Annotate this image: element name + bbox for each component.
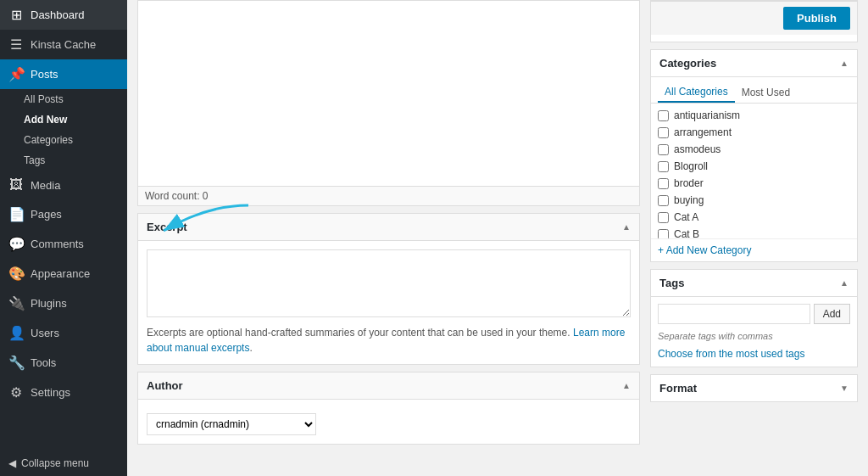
sidebar-item-label: Comments xyxy=(31,238,84,250)
category-item-arrangement[interactable]: arrangement xyxy=(658,124,850,141)
word-count-bar: Word count: 0 xyxy=(137,187,640,206)
author-metabox: Author ▲ crnadmin (crnadmin) xyxy=(137,372,640,445)
settings-icon: ⚙ xyxy=(8,384,24,400)
sidebar-item-label: Users xyxy=(31,327,59,339)
right-sidebar: Publish Categories ▲ All Categories Most… xyxy=(650,0,858,466)
author-select[interactable]: crnadmin (crnadmin) xyxy=(147,413,316,435)
submenu-tags[interactable]: Tags xyxy=(24,150,127,171)
sidebar-item-label: Kinsta Cache xyxy=(31,38,96,51)
sidebar: ⊞ Dashboard ☰ Kinsta Cache 📌 Posts All P… xyxy=(0,0,127,476)
sidebar-item-settings[interactable]: ⚙ Settings xyxy=(0,378,127,407)
excerpt-description: Excerpts are optional hand-crafted summa… xyxy=(147,325,631,356)
sidebar-item-dashboard[interactable]: ⊞ Dashboard xyxy=(0,0,127,30)
categories-title: Categories xyxy=(659,57,716,70)
tab-most-used[interactable]: Most Used xyxy=(735,82,797,103)
publish-button[interactable]: Publish xyxy=(783,7,850,30)
sidebar-item-plugins[interactable]: 🔌 Plugins xyxy=(0,288,127,318)
sidebar-item-label: Tools xyxy=(31,356,56,369)
submenu-categories[interactable]: Categories xyxy=(24,130,127,150)
excerpt-metabox-content: Excerpts are optional hand-crafted summa… xyxy=(138,241,639,364)
author-title: Author xyxy=(147,379,183,392)
category-checkbox-antiquarianism[interactable] xyxy=(658,110,669,121)
category-item-antiquarianism[interactable]: antiquarianism xyxy=(658,107,850,124)
sidebar-item-posts[interactable]: 📌 Posts xyxy=(0,59,127,89)
category-checkbox-cat-b[interactable] xyxy=(658,229,669,240)
comments-icon: 💬 xyxy=(8,236,24,252)
category-checkbox-buying[interactable] xyxy=(658,195,669,206)
sidebar-item-label: Settings xyxy=(31,386,70,399)
main-content: Word count: 0 Excerpt ▲ xyxy=(127,0,868,476)
category-checkbox-blogroll[interactable] xyxy=(658,161,669,172)
sidebar-item-appearance[interactable]: 🎨 Appearance xyxy=(0,259,127,288)
excerpt-metabox: Excerpt ▲ Excerpts are optional hand-cra… xyxy=(137,213,640,365)
tags-box-header[interactable]: Tags ▲ xyxy=(651,270,857,297)
sidebar-item-label: Media xyxy=(31,179,60,192)
tags-choose-link[interactable]: Choose from the most used tags xyxy=(651,344,857,367)
categories-list: antiquarianism arrangement asmodeus Blog… xyxy=(651,104,857,239)
author-toggle-icon: ▲ xyxy=(622,381,631,390)
excerpt-toggle-icon: ▲ xyxy=(622,222,631,232)
category-checkbox-asmodeus[interactable] xyxy=(658,144,669,155)
sidebar-item-label: Dashboard xyxy=(31,8,85,21)
sidebar-item-tools[interactable]: 🔧 Tools xyxy=(0,348,127,378)
category-checkbox-broder[interactable] xyxy=(658,178,669,189)
sidebar-item-label: Appearance xyxy=(31,267,90,280)
kinsta-cache-icon: ☰ xyxy=(8,36,24,53)
plugins-icon: 🔌 xyxy=(8,295,24,311)
posts-icon: 📌 xyxy=(8,66,24,82)
dashboard-icon: ⊞ xyxy=(8,7,24,23)
excerpt-textarea[interactable] xyxy=(147,249,631,317)
category-item-buying[interactable]: buying xyxy=(658,192,850,209)
sidebar-item-users[interactable]: 👤 Users xyxy=(0,318,127,348)
posts-submenu: All Posts Add New Categories Tags xyxy=(0,89,127,171)
users-icon: 👤 xyxy=(8,325,24,341)
editor-area[interactable] xyxy=(137,0,640,187)
sidebar-item-label: Posts xyxy=(31,68,58,81)
sidebar-item-label: Pages xyxy=(31,208,62,221)
tags-input-row: Add xyxy=(651,297,857,331)
sidebar-item-kinsta-cache[interactable]: ☰ Kinsta Cache xyxy=(0,30,127,59)
publish-btn-bar: Publish xyxy=(651,1,857,35)
appearance-icon: 🎨 xyxy=(8,266,24,282)
media-icon: 🖼 xyxy=(8,177,24,193)
sidebar-item-comments[interactable]: 💬 Comments xyxy=(0,229,127,259)
format-title: Format xyxy=(659,382,697,395)
content-area: Word count: 0 Excerpt ▲ xyxy=(127,0,868,476)
collapse-menu-button[interactable]: ◀ Collapse menu xyxy=(0,451,127,476)
category-item-cat-b[interactable]: Cat B xyxy=(658,226,850,239)
tags-input[interactable] xyxy=(658,304,810,324)
format-box: Format ▼ xyxy=(650,374,858,402)
categories-box: Categories ▲ All Categories Most Used an… xyxy=(650,49,858,262)
tags-title: Tags xyxy=(659,277,684,289)
categories-tabs: All Categories Most Used xyxy=(651,77,857,104)
category-checkbox-arrangement[interactable] xyxy=(658,127,669,138)
category-item-cat-a[interactable]: Cat A xyxy=(658,209,850,226)
format-box-header[interactable]: Format ▼ xyxy=(651,375,857,401)
sidebar-item-pages[interactable]: 📄 Pages xyxy=(0,199,127,229)
sidebar-item-media[interactable]: 🖼 Media xyxy=(0,171,127,199)
excerpt-metabox-header[interactable]: Excerpt ▲ xyxy=(138,214,639,241)
tools-icon: 🔧 xyxy=(8,355,24,371)
sidebar-item-label: Plugins xyxy=(31,297,67,310)
editor-column: Word count: 0 Excerpt ▲ xyxy=(137,0,640,466)
tab-all-categories[interactable]: All Categories xyxy=(658,82,735,103)
tags-box: Tags ▲ Add Separate tags with commas Cho… xyxy=(650,269,858,367)
format-toggle-icon: ▼ xyxy=(840,384,849,393)
pages-icon: 📄 xyxy=(8,206,24,222)
submenu-all-posts[interactable]: All Posts xyxy=(24,89,127,109)
submenu-add-new[interactable]: Add New xyxy=(24,109,127,130)
collapse-icon: ◀ xyxy=(8,457,16,469)
excerpt-title: Excerpt xyxy=(147,221,187,233)
tags-hint: Separate tags with commas xyxy=(651,331,857,344)
category-item-asmodeus[interactable]: asmodeus xyxy=(658,141,850,158)
categories-box-header[interactable]: Categories ▲ xyxy=(651,50,857,77)
collapse-label: Collapse menu xyxy=(21,457,89,469)
category-checkbox-cat-a[interactable] xyxy=(658,212,669,223)
publish-area: Publish xyxy=(650,0,858,42)
author-metabox-header[interactable]: Author ▲ xyxy=(138,372,639,400)
category-item-broder[interactable]: broder xyxy=(658,175,850,192)
author-metabox-content: crnadmin (crnadmin) xyxy=(138,400,639,444)
category-item-blogroll[interactable]: Blogroll xyxy=(658,158,850,175)
add-new-category-link[interactable]: + Add New Category xyxy=(651,239,857,261)
tags-add-button[interactable]: Add xyxy=(814,304,850,324)
